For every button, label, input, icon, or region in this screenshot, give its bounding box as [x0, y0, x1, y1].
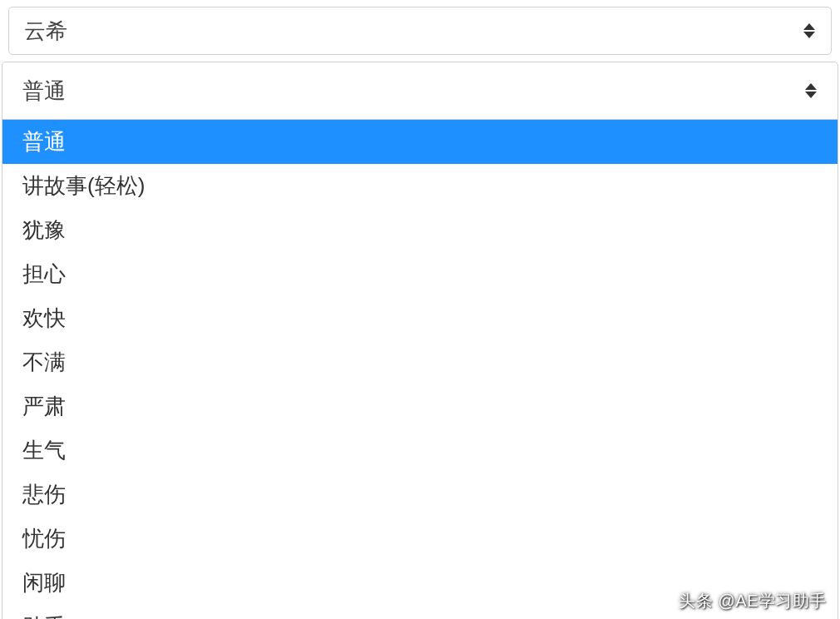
style-select[interactable]: 普通	[2, 62, 838, 120]
dropdown-item[interactable]: 生气	[2, 428, 838, 473]
dropdown-item[interactable]: 犹豫	[2, 208, 838, 252]
style-dropdown-list: 普通 讲故事(轻松) 犹豫 担心 欢快 不满 严肃 生气 悲伤 忧伤 闲聊 助手…	[2, 120, 838, 619]
voice-select[interactable]: 云希	[8, 7, 832, 55]
updown-icon	[804, 83, 818, 98]
dropdown-item[interactable]: 普通	[2, 120, 838, 164]
dropdown-item[interactable]: 担心	[2, 252, 838, 296]
dropdown-item[interactable]: 讲故事(轻松)	[2, 164, 838, 208]
dropdown-item[interactable]: 悲伤	[2, 473, 838, 517]
dropdown-item[interactable]: 严肃	[2, 384, 838, 428]
watermark-text: 头条 @AE学习助手	[679, 590, 827, 612]
dropdown-item[interactable]: 不满	[2, 340, 838, 384]
voice-select-value: 云希	[24, 17, 803, 46]
updown-icon	[803, 23, 816, 38]
style-select-value: 普通	[22, 77, 804, 106]
dropdown-item[interactable]: 欢快	[2, 296, 838, 340]
dropdown-item[interactable]: 忧伤	[2, 517, 838, 561]
